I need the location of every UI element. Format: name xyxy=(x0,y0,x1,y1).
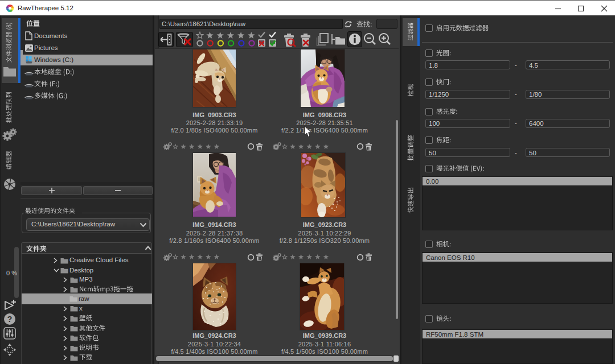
svg-text:?: ? xyxy=(7,315,13,324)
